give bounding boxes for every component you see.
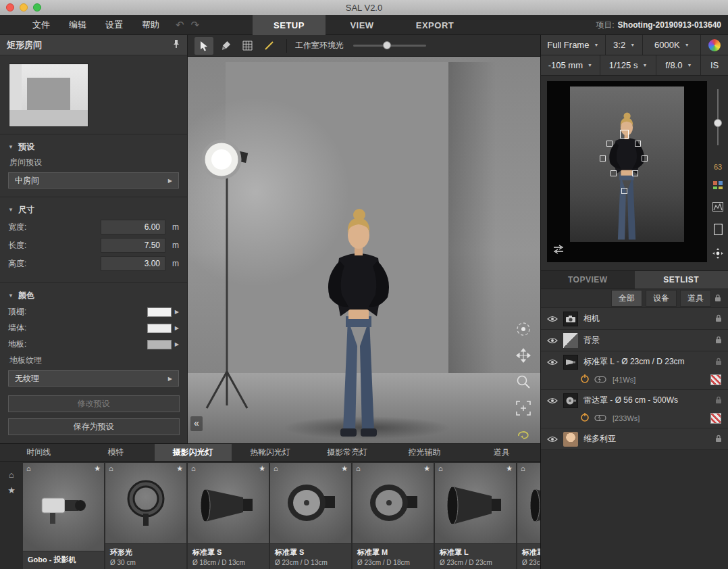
- lock-icon[interactable]: [715, 433, 722, 445]
- color-section-header[interactable]: ▼ 颜色: [8, 290, 179, 301]
- menu-file[interactable]: 文件: [23, 15, 59, 34]
- model-3d[interactable]: [288, 184, 430, 443]
- library-card-standard-s2[interactable]: ⌂★ 标准罩 S Ø 23cm / D 13cm: [270, 463, 351, 569]
- tab-continuous-light[interactable]: 摄影常亮灯: [309, 444, 386, 461]
- orbit-icon[interactable]: [515, 320, 532, 338]
- filter-props-button[interactable]: 道具: [680, 290, 711, 307]
- tab-setup[interactable]: SETUP: [253, 15, 326, 35]
- home-icon[interactable]: ⌂: [356, 464, 361, 473]
- home-icon[interactable]: ⌂: [109, 464, 113, 473]
- home-icon[interactable]: ⌂: [9, 470, 14, 480]
- white-balance-dropdown[interactable]: 6000K ▼: [643, 35, 701, 55]
- ambient-light-slider[interactable]: [353, 45, 426, 47]
- line-tool-button[interactable]: [259, 37, 278, 55]
- favorite-star-icon[interactable]: ★: [506, 464, 513, 473]
- home-icon[interactable]: ⌂: [191, 464, 196, 473]
- tab-speedlights[interactable]: 热靴闪光灯: [232, 444, 309, 461]
- setlist-item-background[interactable]: 背景: [541, 330, 728, 351]
- redo-icon[interactable]: ↷: [191, 19, 200, 31]
- zoom-icon[interactable]: [515, 373, 532, 391]
- tab-setlist[interactable]: SETLIST: [635, 271, 728, 289]
- library-card-standard-cut[interactable]: ⌂★ 标准罩 Ø 23cm: [517, 463, 540, 569]
- tab-studio-strobes[interactable]: 摄影闪光灯: [155, 444, 232, 461]
- room-preset-dropdown[interactable]: 中房间 ▶: [8, 172, 179, 189]
- menu-edit[interactable]: 编辑: [59, 15, 96, 34]
- ambient-light-slider-knob[interactable]: [383, 41, 391, 49]
- tab-models[interactable]: 模特: [77, 444, 154, 461]
- iso-dropdown[interactable]: IS: [701, 55, 728, 75]
- setlist-item-camera[interactable]: 相机: [541, 308, 728, 330]
- width-input[interactable]: 6.00: [101, 220, 165, 234]
- lock-icon[interactable]: [715, 313, 722, 325]
- preset-section-header[interactable]: ▼ 预设: [8, 141, 179, 153]
- visibility-eye-icon[interactable]: [547, 356, 558, 368]
- gel-warning-icon[interactable]: [710, 413, 721, 424]
- minimize-window-button[interactable]: [20, 3, 28, 11]
- visibility-eye-icon[interactable]: [547, 313, 558, 325]
- tab-topview[interactable]: TOPVIEW: [541, 271, 635, 289]
- grid-tool-button[interactable]: [238, 37, 257, 55]
- favorite-star-icon[interactable]: ★: [259, 464, 265, 473]
- tab-light-shaping[interactable]: 控光辅助: [386, 444, 463, 461]
- swap-view-icon[interactable]: [552, 245, 565, 257]
- visibility-eye-icon[interactable]: [547, 395, 558, 407]
- maximize-window-button[interactable]: [33, 3, 41, 11]
- histogram-icon[interactable]: [712, 202, 723, 214]
- rotate-icon[interactable]: [515, 426, 532, 443]
- setlist-item-model[interactable]: 维多利亚: [541, 428, 728, 450]
- visibility-eye-icon[interactable]: [547, 335, 558, 347]
- room-preview-thumbnail[interactable]: [9, 64, 88, 127]
- library-card-standard-s1[interactable]: ⌂★ 标准罩 S Ø 18cm / D 13cm: [188, 463, 269, 569]
- flash-tube-icon[interactable]: [594, 412, 608, 424]
- favorite-star-icon[interactable]: ★: [176, 464, 183, 473]
- home-icon[interactable]: ⌂: [438, 464, 443, 473]
- length-input[interactable]: 7.50: [101, 238, 165, 253]
- tab-export[interactable]: EXPORT: [398, 15, 471, 35]
- focus-frame-icon[interactable]: [515, 399, 532, 417]
- axis-gizmo-icon[interactable]: [712, 247, 724, 262]
- brush-tool-button[interactable]: [216, 37, 235, 55]
- focal-length-dropdown[interactable]: -105 mm ▼: [541, 55, 600, 75]
- pan-icon[interactable]: [515, 347, 532, 364]
- lock-icon[interactable]: [715, 356, 722, 368]
- wall-color-swatch[interactable]: [147, 324, 172, 333]
- home-icon[interactable]: ⌂: [274, 464, 278, 473]
- lock-icon[interactable]: [715, 335, 722, 347]
- tab-view[interactable]: VIEW: [326, 15, 398, 35]
- favorites-star-icon[interactable]: ★: [7, 485, 16, 495]
- library-card-gobo[interactable]: ⌂★ Gobo - 投影机: [23, 463, 104, 569]
- exposure-slider-knob[interactable]: [714, 119, 722, 127]
- power-icon[interactable]: [580, 374, 590, 386]
- library-card-standard-l[interactable]: ⌂★ 标准罩 L Ø 23cm / D 23cm: [435, 463, 516, 569]
- favorite-star-icon[interactable]: ★: [341, 464, 348, 473]
- filter-devices-button[interactable]: 设备: [646, 290, 677, 307]
- ceiling-color-swatch[interactable]: [147, 307, 172, 317]
- flash-tube-icon[interactable]: [594, 374, 608, 386]
- scene-3d[interactable]: «: [188, 57, 540, 443]
- menu-help[interactable]: 帮助: [132, 15, 169, 34]
- save-preset-button[interactable]: 保存为预设: [8, 418, 180, 435]
- sensor-dropdown[interactable]: Full Frame ▼: [541, 35, 606, 55]
- camera-preview[interactable]: [547, 81, 707, 262]
- select-tool-button[interactable]: [194, 37, 213, 55]
- setlist-item-light-radar[interactable]: 雷达罩 - Ø 56 cm - 500Ws [233Ws]: [541, 390, 728, 428]
- library-card-standard-m[interactable]: ⌂★ 标准罩 M Ø 23cm / D 18cm: [353, 463, 434, 569]
- portrait-frame-icon[interactable]: [714, 224, 723, 238]
- setlist-item-light-standard[interactable]: 标准罩 L - Ø 23cm / D 23cm [41Ws]: [541, 351, 728, 390]
- levels-icon[interactable]: [712, 180, 723, 193]
- modify-preset-button[interactable]: 修改预设: [8, 395, 180, 412]
- aspect-ratio-dropdown[interactable]: 3:2 ▼: [606, 35, 644, 55]
- color-settings-button[interactable]: [701, 35, 728, 55]
- tab-props[interactable]: 道具: [463, 444, 540, 461]
- pin-icon[interactable]: [172, 39, 180, 51]
- favorite-star-icon[interactable]: ★: [94, 464, 101, 473]
- library-card-ringlight[interactable]: ⌂★ 环形光 Ø 30 cm: [105, 463, 186, 569]
- home-icon[interactable]: ⌂: [26, 464, 31, 473]
- collapse-panel-button[interactable]: «: [190, 416, 203, 431]
- visibility-eye-icon[interactable]: [547, 433, 558, 445]
- tab-timeline[interactable]: 时间线: [0, 444, 77, 461]
- gel-warning-icon[interactable]: [710, 374, 721, 385]
- studio-light-3d[interactable]: [188, 122, 269, 415]
- power-icon[interactable]: [580, 412, 590, 424]
- exposure-slider[interactable]: [717, 89, 719, 145]
